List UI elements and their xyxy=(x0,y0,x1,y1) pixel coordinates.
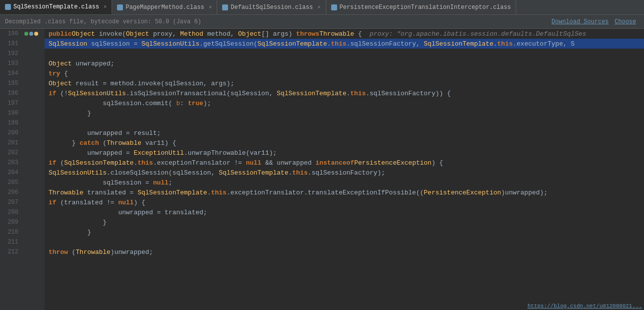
code-line: throw (Throwable)unwrapped; xyxy=(45,247,644,257)
line-number: 200 xyxy=(0,129,22,136)
tab-close-3[interactable]: × xyxy=(317,4,321,10)
tab-bar: SqlSessionTemplate.class × PageMapperMet… xyxy=(0,0,644,15)
url-hint[interactable]: https://blog.csdn.net/u012098021... xyxy=(527,303,642,309)
code-content[interactable]: public Object invoke(Object proxy, Metho… xyxy=(45,29,644,310)
code-line: if (SqlSessionTemplate.this.exceptionTra… xyxy=(45,158,644,168)
line-number: 198 xyxy=(0,110,22,117)
tab-pagemappermethod[interactable]: PageMapperMethod.class × xyxy=(112,0,217,14)
gutter-row: 207 xyxy=(0,197,45,207)
code-line: } xyxy=(45,227,644,237)
line-number: 208 xyxy=(0,209,22,216)
code-line: sqlSession = null; xyxy=(45,178,644,187)
gutter-row: 208 xyxy=(0,207,45,217)
line-number: 196 xyxy=(0,90,22,97)
tab-label-3: DefaultSqlSession.class xyxy=(231,4,313,11)
line-number: 194 xyxy=(0,70,22,77)
line-number: 207 xyxy=(0,199,22,206)
choose-link[interactable]: Choose xyxy=(612,18,639,25)
tab-label-2: PageMapperMethod.class xyxy=(125,4,204,11)
gutter-row: 193 xyxy=(0,59,45,68)
line-number: 199 xyxy=(0,120,22,126)
decompiled-info: Decompiled .class file, bytecode version… xyxy=(5,18,201,25)
gutter-row: 212 xyxy=(0,247,45,257)
gutter-row: 203 xyxy=(0,158,45,168)
code-line: public Object invoke(Object proxy, Metho… xyxy=(45,29,644,39)
tab-label-1: SqlSessionTemplate.class xyxy=(13,3,99,10)
line-number: 201 xyxy=(0,139,22,146)
gutter-row: 199 xyxy=(0,118,45,128)
code-line: unwrapped = result; xyxy=(45,128,644,138)
download-sources-link[interactable]: Download Sources xyxy=(549,18,612,25)
gutter-row: 209 xyxy=(0,217,45,227)
code-line xyxy=(45,237,644,247)
tab-icon-2 xyxy=(117,4,123,10)
code-line: if (translated != null) { xyxy=(45,197,644,207)
line-number: 206 xyxy=(0,189,22,196)
tab-icon-4 xyxy=(331,4,337,10)
gutter-row: 211 xyxy=(0,237,45,247)
gutter-row: 197 xyxy=(0,98,45,108)
gutter-row: 195 xyxy=(0,78,45,88)
code-line: try { xyxy=(45,68,644,78)
code-lines: public Object invoke(Object proxy, Metho… xyxy=(45,29,644,257)
tab-sqlsessiontemplate[interactable]: SqlSessionTemplate.class × xyxy=(0,0,112,14)
code-line: } catch (Throwable var11) { xyxy=(45,138,644,148)
line-number: 211 xyxy=(0,239,22,246)
tab-close-2[interactable]: × xyxy=(209,4,212,10)
code-line xyxy=(45,118,644,128)
tab-icon-3 xyxy=(222,4,228,10)
line-number: 193 xyxy=(0,60,22,67)
gutter-row: 201 xyxy=(0,138,45,148)
code-area: 1901911921931941951961971981992002012022… xyxy=(0,29,644,310)
gutter-row: 191 xyxy=(0,39,45,49)
code-line: } xyxy=(45,108,644,118)
gutter-row: 200 xyxy=(0,128,45,138)
tab-label-4: PersistenceExceptionTranslationIntercept… xyxy=(340,4,511,11)
line-number: 197 xyxy=(0,100,22,107)
gutter-row: 205 xyxy=(0,178,45,187)
gutter-row: 210 xyxy=(0,227,45,237)
gutter-row: 194 xyxy=(0,68,45,78)
line-number: 190 xyxy=(0,30,22,37)
line-number: 205 xyxy=(0,179,22,186)
info-bar: Decompiled .class file, bytecode version… xyxy=(0,15,644,29)
line-number: 191 xyxy=(0,40,22,47)
code-line: Object result = method.invoke(sqlSession… xyxy=(45,78,644,88)
gutter-row: 190 xyxy=(0,29,45,39)
tab-defaultsqlsession[interactable]: DefaultSqlSession.class × xyxy=(217,0,326,14)
gutter-row: 204 xyxy=(0,168,45,178)
line-number: 210 xyxy=(0,229,22,236)
line-number: 209 xyxy=(0,219,22,226)
tab-persistenceexception[interactable]: PersistenceExceptionTranslationIntercept… xyxy=(326,0,517,14)
gutter-row: 198 xyxy=(0,108,45,118)
line-number: 212 xyxy=(0,248,22,255)
info-actions: Download Sources Choose xyxy=(549,18,639,25)
line-number: 203 xyxy=(0,159,22,166)
gutter-row: 202 xyxy=(0,148,45,158)
code-line: Throwable translated = SqlSessionTemplat… xyxy=(45,187,644,197)
code-line: unwrapped = translated; xyxy=(45,207,644,217)
gutter-row: 196 xyxy=(0,88,45,98)
line-number: 204 xyxy=(0,169,22,176)
tab-icon-1 xyxy=(5,4,11,10)
line-indicators xyxy=(22,32,45,36)
code-line: SqlSession sqlSession = SqlSessionUtils.… xyxy=(45,39,644,49)
code-line: unwrapped = ExceptionUtil.unwrapThrowabl… xyxy=(45,148,644,158)
code-line xyxy=(45,49,644,59)
gutter: 1901911921931941951961971981992002012022… xyxy=(0,29,45,310)
code-line: Object unwrapped; xyxy=(45,59,644,68)
code-line: if (!SqlSessionUtils.isSqlSessionTransac… xyxy=(45,88,644,98)
line-number: 195 xyxy=(0,80,22,87)
code-line: sqlSession.commit( b: true); xyxy=(45,98,644,108)
gutter-row: 192 xyxy=(0,49,45,59)
indicator-dot xyxy=(24,32,28,36)
code-line: } xyxy=(45,217,644,227)
indicator-dot xyxy=(34,32,38,36)
gutter-row: 206 xyxy=(0,187,45,197)
tab-close-1[interactable]: × xyxy=(104,4,107,10)
indicator-dot xyxy=(29,32,33,36)
code-line: SqlSessionUtils.closeSqlSession(sqlSessi… xyxy=(45,168,644,178)
line-number: 192 xyxy=(0,50,22,57)
line-number: 202 xyxy=(0,149,22,156)
